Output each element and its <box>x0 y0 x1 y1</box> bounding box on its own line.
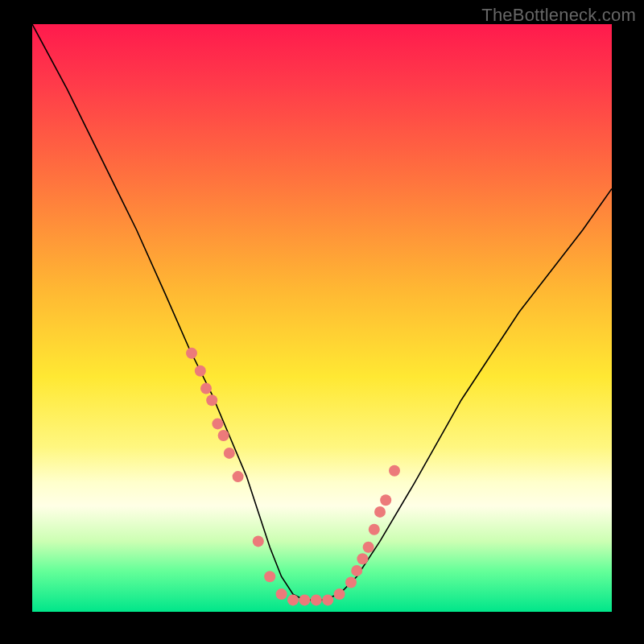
attribution-text: TheBottleneck.com <box>481 5 636 26</box>
data-marker <box>212 418 223 429</box>
plot-area <box>32 24 612 612</box>
data-marker <box>186 348 197 359</box>
data-marker <box>351 565 362 576</box>
data-marker <box>357 553 368 564</box>
marker-group <box>186 348 400 606</box>
data-marker <box>389 465 400 477</box>
data-marker <box>195 365 206 377</box>
data-marker <box>311 594 322 605</box>
data-marker <box>299 594 310 605</box>
data-marker <box>253 535 264 547</box>
chart-frame: TheBottleneck.com <box>0 0 644 644</box>
data-marker <box>334 588 345 600</box>
data-marker <box>345 577 357 588</box>
data-marker <box>363 542 374 553</box>
data-marker <box>200 383 212 394</box>
data-marker <box>369 524 380 535</box>
data-marker <box>206 394 217 406</box>
data-marker <box>374 506 386 518</box>
bottleneck-curve <box>32 24 612 600</box>
data-marker <box>233 471 244 482</box>
data-marker <box>276 588 287 600</box>
curve-svg <box>32 24 612 612</box>
data-marker <box>264 571 275 582</box>
data-marker <box>287 594 299 605</box>
data-marker <box>322 594 333 605</box>
data-marker <box>218 430 229 441</box>
data-marker <box>224 448 235 459</box>
data-marker <box>380 494 391 506</box>
